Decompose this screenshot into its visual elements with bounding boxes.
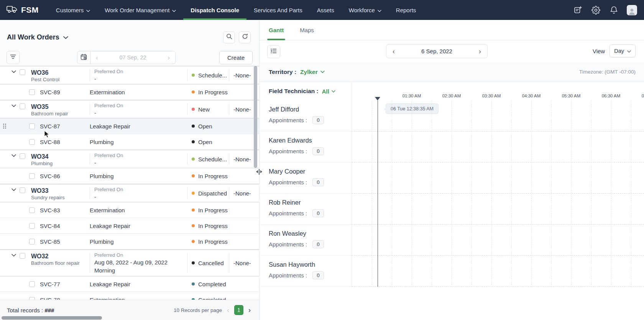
nav-item-reports[interactable]: Reports [389, 0, 424, 20]
timeline-row-karen-edwards[interactable] [352, 225, 644, 256]
row-checkbox[interactable] [20, 153, 25, 159]
nav-item-dispatch-console[interactable]: Dispatch Console [183, 0, 246, 20]
territory-dropdown[interactable]: Zylker [300, 69, 325, 75]
tab-gantt[interactable]: Gantt [269, 20, 284, 40]
user-avatar[interactable] [627, 5, 637, 15]
nav-item-assets[interactable]: Assets [310, 0, 342, 20]
technician-row-mary-cooper[interactable]: Mary CooperAppointments :0 [260, 162, 352, 194]
timeline-row-mary-cooper[interactable] [352, 194, 644, 225]
service-appointment-row-svc-89[interactable]: SVC-89ExterminationIn Progress [0, 84, 259, 100]
status-dot [192, 261, 195, 264]
service-appointment-row-svc-77[interactable]: SVC-77Leakage RepairCompleted [0, 276, 259, 292]
list-view-selector[interactable]: All Work Orders [7, 33, 68, 41]
preferred-on-cell: Preferred On- [90, 100, 187, 118]
service-appointment-id: SVC-89 [40, 89, 60, 95]
app-logo[interactable]: FSM [0, 0, 49, 20]
timeline-row-ron-weasley[interactable] [352, 131, 644, 162]
quick-create-icon[interactable] [573, 5, 583, 15]
gantt-prev-day-arrow[interactable]: ‹ [393, 48, 395, 55]
technician-row-karen-edwards[interactable]: Karen EdwardsAppointments :0 [260, 131, 352, 162]
assignee-cell [229, 292, 259, 300]
refresh-button[interactable] [239, 31, 251, 43]
row-checkbox[interactable] [29, 281, 35, 287]
collapse-chevron-icon[interactable] [12, 188, 16, 202]
timeline-row-rob-reiner[interactable] [352, 162, 644, 194]
nav-item-work-order-management[interactable]: Work Order Management [97, 0, 183, 20]
nav-item-services-and-parts[interactable]: Services And Parts [246, 0, 310, 20]
nav-item-label: Workforce [349, 7, 375, 13]
collapse-chevron-icon[interactable] [12, 70, 16, 84]
service-appointment-row-svc-87[interactable]: SVC-87Leakage RepairOpen [0, 118, 259, 134]
row-checkbox[interactable] [29, 207, 35, 213]
work-order-row-wo33[interactable]: WO33Sundry repairsPreferred On-Dispatche… [0, 184, 259, 202]
service-appointment-row-svc-85[interactable]: SVC-85PlumbingIn Progress [0, 234, 259, 249]
gantt-settings-button[interactable] [267, 45, 280, 58]
horizontal-scrollbar[interactable] [2, 316, 102, 320]
search-button[interactable] [223, 31, 235, 43]
records-per-page[interactable]: 10 Records per page [174, 307, 222, 313]
row-checkbox[interactable] [29, 297, 35, 300]
status-dot [192, 158, 195, 161]
work-order-row-wo35[interactable]: WO35Bathroom repairPreferred On-New-None… [0, 100, 259, 118]
row-checkbox[interactable] [29, 89, 35, 95]
technician-row-ron-weasley[interactable]: Ron WeasleyAppointments :0 [260, 225, 352, 256]
row-id-cell: SVC-89 [0, 84, 90, 100]
work-order-id: WO34 [31, 153, 53, 160]
service-appointment-row-svc-86[interactable]: SVC-86PlumbingIn Progress [0, 168, 259, 184]
service-appointment-row-svc-78[interactable]: SVC-78ExterminationCompleted [0, 292, 259, 300]
current-time-marker[interactable] [375, 97, 380, 100]
time-tick-label: 07:30 AM [642, 94, 644, 98]
prev-page-arrow[interactable]: ‹ [227, 307, 229, 313]
row-checkbox[interactable] [20, 253, 25, 259]
collapse-chevron-icon[interactable] [12, 154, 16, 168]
service-appointment-row-svc-83[interactable]: SVC-83ExterminationIn Progress [0, 202, 259, 218]
service-appointment-row-svc-88[interactable]: SVC-88PlumbingOpen [0, 134, 259, 150]
settings-gear-icon[interactable] [591, 5, 601, 15]
panel-resize-handle[interactable] [255, 168, 263, 176]
timeline-row-jeff-difford[interactable] [352, 256, 644, 287]
prev-date-arrow[interactable]: ‹ [96, 54, 98, 61]
work-order-row-wo32[interactable]: WO32Bathroom floor repairPreferred OnAug… [0, 249, 259, 276]
technician-row-rob-reiner[interactable]: Rob ReinerAppointments :0 [260, 194, 352, 225]
row-checkbox[interactable] [20, 69, 25, 75]
status-label: Open [198, 123, 212, 130]
row-checkbox[interactable] [29, 239, 35, 245]
timeline-gridline [591, 100, 591, 287]
row-checkbox[interactable] [29, 123, 35, 129]
technician-filter-dropdown[interactable]: All [322, 88, 335, 95]
create-button[interactable]: Create [219, 51, 253, 64]
filter-button[interactable] [7, 51, 20, 64]
technician-name: Susan Hayworth [269, 261, 352, 268]
row-checkbox[interactable] [29, 139, 35, 145]
row-checkbox[interactable] [29, 223, 35, 229]
work-order-row-wo36[interactable]: WO36Pest ControlPreferred On-Schedule...… [0, 66, 259, 84]
timeline-gridline [611, 100, 611, 287]
technician-row-susan-hayworth[interactable]: Susan HayworthAppointments :0 [260, 256, 352, 287]
view-dropdown[interactable]: Day [610, 44, 636, 57]
preferred-on-value: Aug 08, 2022 - Aug 09, 2022 [94, 258, 187, 266]
drag-handle-icon[interactable] [3, 124, 6, 129]
tab-maps[interactable]: Maps [300, 20, 314, 40]
collapse-chevron-icon[interactable] [12, 254, 16, 276]
next-date-arrow[interactable]: › [168, 54, 170, 61]
work-order-row-wo34[interactable]: WO34PlumbingPreferred On-Schedule...-Non… [0, 150, 259, 168]
notifications-bell-icon[interactable] [609, 5, 619, 15]
calendar-button[interactable] [77, 51, 90, 64]
service-type: Leakage Repair [90, 223, 130, 229]
service-appointment-row-svc-84[interactable]: SVC-84Leakage RepairIn Progress [0, 218, 259, 234]
chevron-down-icon [172, 7, 176, 13]
row-checkbox[interactable] [20, 103, 25, 109]
row-checkbox[interactable] [29, 173, 35, 179]
row-checkbox[interactable] [20, 187, 25, 193]
nav-item-workforce[interactable]: Workforce [342, 0, 389, 20]
gantt-next-day-arrow[interactable]: › [479, 48, 481, 55]
next-page-arrow[interactable]: › [248, 307, 251, 313]
collapse-chevron-icon[interactable] [12, 104, 16, 118]
current-page-badge[interactable]: 1 [234, 305, 243, 315]
vertical-scrollbar[interactable] [254, 66, 257, 168]
status-cell: Schedule... [187, 150, 229, 168]
technician-row-jeff-difford[interactable]: Jeff DiffordAppointments :0 [260, 100, 352, 131]
service-appointment-id: SVC-88 [40, 139, 60, 145]
nav-item-customers[interactable]: Customers [49, 0, 98, 20]
status-dot [192, 192, 195, 195]
